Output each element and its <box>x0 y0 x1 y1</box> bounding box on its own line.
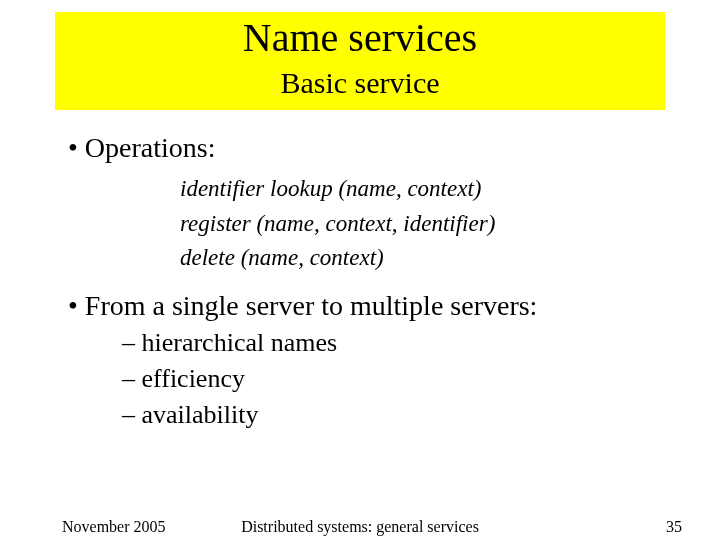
operation-item: delete (name, context) <box>180 241 660 276</box>
operation-item: register (name, context, identifier) <box>180 207 660 242</box>
operation-item: identifier lookup (name, context) <box>180 172 660 207</box>
footer-center: Distributed systems: general services <box>0 518 720 536</box>
title-band: Name services Basic service <box>55 12 665 110</box>
footer-page-number: 35 <box>666 518 682 536</box>
subitem: efficiency <box>140 364 660 394</box>
operations-list: identifier lookup (name, context) regist… <box>180 172 660 276</box>
slide-subtitle: Basic service <box>55 60 665 99</box>
subitem: availability <box>140 400 660 430</box>
slide-title: Name services <box>55 12 665 60</box>
bullet-multiservers: From a single server to multiple servers… <box>88 290 660 322</box>
slide: Name services Basic service Operations: … <box>0 0 720 540</box>
bullet-operations: Operations: <box>88 132 660 164</box>
slide-body: Operations: identifier lookup (name, con… <box>60 124 660 436</box>
subitem: hierarchical names <box>140 328 660 358</box>
